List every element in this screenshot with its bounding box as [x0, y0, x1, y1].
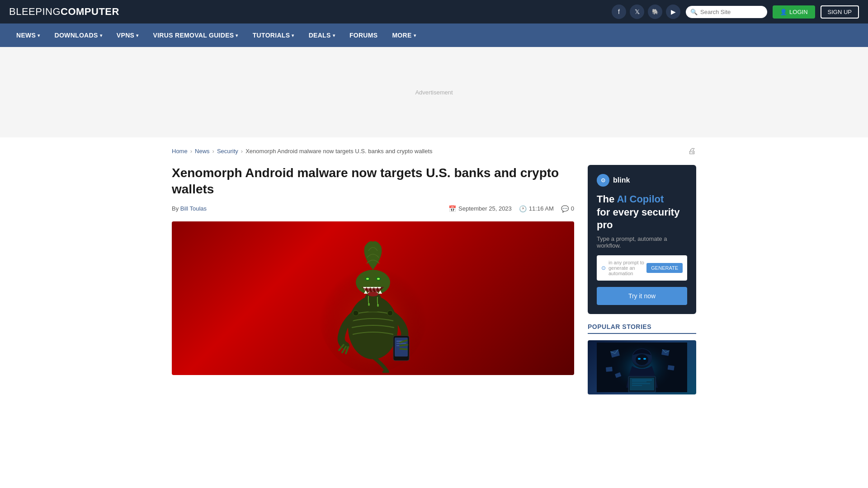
breadcrumb-current: Xenomorph Android malware now targets U.… [245, 148, 432, 155]
svg-point-24 [643, 358, 646, 360]
svg-point-15 [368, 303, 370, 306]
search-bar: 🔍 [686, 6, 767, 18]
svg-point-17 [353, 310, 359, 316]
article-hero-image [172, 221, 574, 375]
svg-point-23 [638, 358, 641, 360]
sidebar-advertisement: ⊙ blink The AI Copilot for every securit… [588, 165, 696, 314]
login-button[interactable]: 👤 LOGIN [773, 5, 815, 19]
chevron-down-icon: ▾ [333, 33, 335, 38]
sidebar-ad-headline: The AI Copilot for every security pro [597, 193, 687, 232]
svg-point-8 [368, 292, 378, 296]
chevron-down-icon: ▾ [38, 33, 40, 38]
by-label: By [172, 205, 179, 212]
article-main: Xenomorph Android malware now targets U.… [172, 165, 574, 394]
time-item: 🕐 11:16 AM [519, 205, 554, 212]
article-date: September 25, 2023 [458, 205, 512, 212]
nav-item-vpns[interactable]: VPNS ▾ [109, 23, 146, 47]
breadcrumb-news[interactable]: News [195, 148, 210, 155]
ad-input-placeholder: in any prompt to generate an automation [609, 260, 646, 276]
chevron-down-icon: ▾ [414, 33, 416, 38]
svg-point-6 [366, 278, 369, 280]
main-container: Home › News › Security › Xenomorph Andro… [163, 137, 705, 404]
article-time: 11:16 AM [529, 205, 554, 212]
comment-icon: 💬 [561, 205, 569, 212]
nav-item-virus-removal[interactable]: VIRUS REMOVAL GUIDES ▾ [146, 23, 245, 47]
article-layout: Xenomorph Android malware now targets U.… [172, 165, 696, 394]
nav-item-downloads[interactable]: DOWNLOADS ▾ [47, 23, 109, 47]
breadcrumb-security[interactable]: Security [217, 148, 238, 155]
site-header: BLEEPINGCOMPUTER f 𝕏 🐘 ▶ 🔍 👤 LOGIN SIGN … [0, 0, 868, 23]
comments-item[interactable]: 💬 0 [561, 205, 574, 212]
ad-headline-highlight: AI Copilot [617, 193, 664, 205]
blink-brand-name: blink [613, 176, 630, 184]
advertisement-banner: Advertisement [0, 47, 868, 137]
youtube-icon[interactable]: ▶ [666, 5, 680, 19]
breadcrumb-separator: › [190, 148, 192, 155]
ad-input-mock: ⊙ in any prompt to generate an automatio… [597, 255, 687, 281]
breadcrumb-separator: › [241, 148, 243, 155]
chevron-down-icon: ▾ [236, 33, 238, 38]
svg-rect-27 [630, 378, 654, 390]
signup-button[interactable]: SIGN UP [821, 5, 859, 19]
print-icon[interactable]: 🖨 [688, 146, 696, 156]
author-link[interactable]: Bill Toulas [180, 205, 207, 212]
chevron-down-icon: ▾ [292, 33, 294, 38]
sidebar-ad-subtitle: Type a prompt, automate a workflow. [597, 235, 687, 249]
svg-point-18 [387, 310, 393, 316]
svg-rect-35 [668, 365, 675, 371]
twitter-icon[interactable]: 𝕏 [630, 5, 644, 19]
blink-logo-icon: ⊙ [597, 174, 609, 187]
nav-item-deals[interactable]: DEALS ▾ [302, 23, 342, 47]
breadcrumb-home[interactable]: Home [172, 148, 188, 155]
header-right: f 𝕏 🐘 ▶ 🔍 👤 LOGIN SIGN UP [612, 5, 859, 19]
ad-headline-normal: The [597, 193, 617, 205]
breadcrumb: Home › News › Security › Xenomorph Andro… [172, 146, 696, 156]
article-sidebar: ⊙ blink The AI Copilot for every securit… [588, 165, 696, 394]
logo-text-bold: COMPUTER [61, 6, 119, 17]
breadcrumb-items: Home › News › Security › Xenomorph Andro… [172, 148, 433, 155]
date-item: 📅 September 25, 2023 [448, 205, 512, 212]
clock-icon: 🕐 [519, 205, 527, 212]
article-comments: 0 [571, 205, 574, 212]
try-it-button[interactable]: Try it now [597, 287, 687, 305]
blink-mini-icon: ⊙ [601, 265, 606, 271]
search-icon: 🔍 [690, 9, 698, 15]
svg-point-7 [377, 278, 380, 280]
mastodon-icon[interactable]: 🐘 [648, 5, 662, 19]
calendar-icon: 📅 [448, 205, 456, 212]
xenomorph-illustration [310, 224, 436, 373]
main-nav: NEWS ▾ DOWNLOADS ▾ VPNS ▾ VIRUS REMOVAL … [0, 23, 868, 47]
nav-item-tutorials[interactable]: TUTORIALS ▾ [245, 23, 302, 47]
hacker-thumbnail [597, 343, 687, 392]
svg-rect-34 [606, 367, 613, 372]
facebook-icon[interactable]: f [612, 5, 626, 19]
svg-point-22 [636, 354, 648, 365]
ad-headline-rest: for every security pro [597, 206, 679, 231]
nav-item-more[interactable]: MORE ▾ [385, 23, 423, 47]
popular-story-image[interactable] [588, 340, 696, 394]
article-meta-right: 📅 September 25, 2023 🕐 11:16 AM 💬 0 [448, 205, 574, 212]
author-section: By Bill Toulas [172, 205, 207, 212]
nav-item-news[interactable]: NEWS ▾ [9, 23, 47, 47]
search-input[interactable] [686, 6, 767, 18]
generate-button[interactable]: GENERATE [646, 263, 683, 273]
breadcrumb-separator: › [212, 148, 214, 155]
blink-logo: ⊙ blink [597, 174, 687, 187]
article-meta: By Bill Toulas 📅 September 25, 2023 🕐 11… [172, 205, 574, 212]
chevron-down-icon: ▾ [136, 33, 138, 38]
svg-point-16 [377, 304, 379, 307]
user-icon: 👤 [780, 9, 787, 15]
article-title: Xenomorph Android malware now targets U.… [172, 165, 574, 198]
nav-item-forums[interactable]: FORUMS [342, 23, 385, 47]
site-logo[interactable]: BLEEPINGCOMPUTER [9, 6, 119, 18]
chevron-down-icon: ▾ [100, 33, 102, 38]
ad-input-inner: ⊙ in any prompt to generate an automatio… [601, 260, 646, 276]
popular-stories: POPULAR STORIES [588, 323, 696, 394]
social-icons: f 𝕏 🐘 ▶ [612, 5, 680, 19]
popular-stories-heading: POPULAR STORIES [588, 323, 696, 334]
logo-text-normal: BLEEPING [9, 6, 61, 17]
